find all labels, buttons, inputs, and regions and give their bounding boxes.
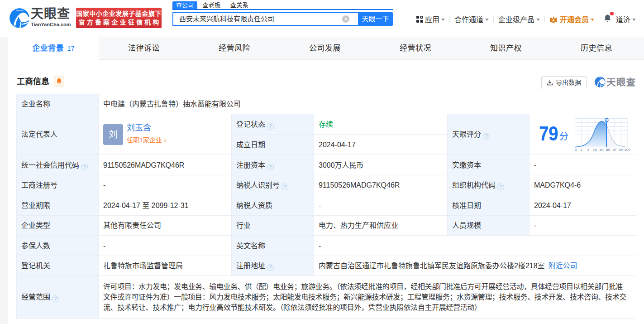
- svg-text:15: 15: [593, 148, 597, 151]
- svg-text:天眼查: 天眼查: [606, 77, 636, 87]
- svg-text:99: 99: [619, 148, 623, 151]
- svg-text:1: 1: [581, 148, 583, 151]
- svg-text:100: 100: [625, 148, 631, 151]
- svg-text:97: 97: [613, 148, 617, 151]
- svg-text:3: 3: [587, 148, 589, 151]
- svg-text:0: 0: [575, 148, 577, 151]
- svg-text:85: 85: [606, 148, 610, 151]
- svg-text:50: 50: [599, 148, 603, 151]
